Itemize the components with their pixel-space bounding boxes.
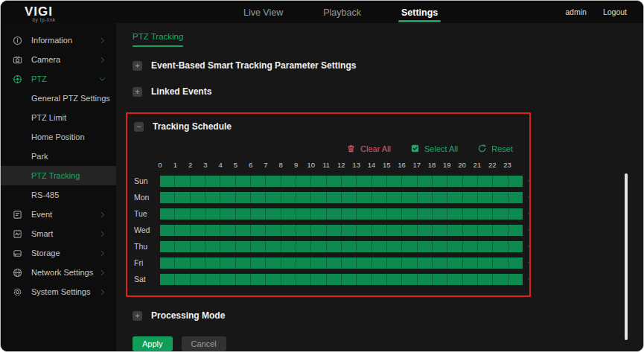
hour-cell[interactable] <box>296 241 311 253</box>
hour-cell[interactable] <box>402 208 417 220</box>
hour-cell[interactable] <box>372 241 387 253</box>
hour-cell[interactable] <box>205 225 220 237</box>
hour-cell[interactable] <box>372 192 387 204</box>
hour-cell[interactable] <box>508 225 523 237</box>
hour-cell[interactable] <box>311 241 326 253</box>
scrollbar-thumb[interactable] <box>625 173 628 340</box>
hour-cell[interactable] <box>402 241 417 253</box>
hour-cell[interactable] <box>357 192 372 204</box>
hour-cell[interactable] <box>191 241 205 253</box>
hour-cell[interactable] <box>508 176 523 188</box>
select-all-button[interactable]: Select All <box>410 144 458 153</box>
hour-cell[interactable] <box>311 274 326 286</box>
copy-icon[interactable] <box>528 225 529 234</box>
hour-cell[interactable] <box>433 208 447 220</box>
hour-cell[interactable] <box>220 274 235 286</box>
hour-cell[interactable] <box>327 257 342 269</box>
hour-cell[interactable] <box>205 257 220 269</box>
hour-cell[interactable] <box>387 192 402 204</box>
clear-all-button[interactable]: Clear All <box>346 144 391 153</box>
hour-cell[interactable] <box>402 192 417 204</box>
user-name[interactable]: admin <box>565 7 587 16</box>
hour-cell[interactable] <box>296 208 311 220</box>
hour-cell[interactable] <box>508 274 523 286</box>
hour-cell[interactable] <box>311 208 326 220</box>
sidebar-subitem-ptz-tracking[interactable]: PTZ Tracking <box>1 166 116 185</box>
hour-cell[interactable] <box>281 274 296 286</box>
hour-cell[interactable] <box>493 257 508 269</box>
hour-cell[interactable] <box>266 192 281 204</box>
hour-cell[interactable] <box>447 274 462 286</box>
hour-cell[interactable] <box>478 176 493 188</box>
hour-cell[interactable] <box>418 225 433 237</box>
hour-cell[interactable] <box>205 192 220 204</box>
sidebar-subitem-general-ptz-settings[interactable]: General PTZ Settings <box>1 89 116 108</box>
nav-tab-playback[interactable]: Playback <box>322 2 363 22</box>
hour-cell[interactable] <box>175 208 190 220</box>
copy-icon[interactable] <box>528 176 529 185</box>
collapse-icon[interactable]: − <box>134 122 144 132</box>
hour-cell[interactable] <box>266 208 281 220</box>
hour-cell[interactable] <box>493 208 508 220</box>
hour-cell[interactable] <box>236 192 251 204</box>
hour-cell[interactable] <box>357 176 372 188</box>
hour-cell[interactable] <box>160 241 175 253</box>
hour-cell[interactable] <box>296 225 311 237</box>
hour-cell[interactable] <box>493 192 508 204</box>
expand-icon[interactable]: + <box>133 311 142 321</box>
hour-cell[interactable] <box>251 241 266 253</box>
hour-cell[interactable] <box>191 257 205 269</box>
hour-cell[interactable] <box>402 274 417 286</box>
hour-cell[interactable] <box>387 208 402 220</box>
hour-cell[interactable] <box>311 225 326 237</box>
copy-icon[interactable] <box>528 258 529 267</box>
hour-cell[interactable] <box>447 241 462 253</box>
hour-cell[interactable] <box>372 274 387 286</box>
hour-cell[interactable] <box>402 176 417 188</box>
hour-cell[interactable] <box>357 274 372 286</box>
hour-cell[interactable] <box>311 192 326 204</box>
cancel-button[interactable]: Cancel <box>182 336 226 351</box>
hour-cell[interactable] <box>236 225 251 237</box>
hour-cell[interactable] <box>418 208 433 220</box>
reset-button[interactable]: Reset <box>477 144 513 153</box>
hour-cell[interactable] <box>251 192 266 204</box>
hour-cell[interactable] <box>266 225 281 237</box>
sidebar-subitem-rs-485[interactable]: RS-485 <box>1 185 116 205</box>
hour-cell[interactable] <box>463 257 478 269</box>
expand-icon[interactable]: + <box>133 87 142 97</box>
hour-cell[interactable] <box>327 225 342 237</box>
hour-cell[interactable] <box>357 225 372 237</box>
hour-cell[interactable] <box>478 241 493 253</box>
hour-cell[interactable] <box>281 257 296 269</box>
hour-cell[interactable] <box>236 241 251 253</box>
sidebar-subitem-home-position[interactable]: Home Position <box>1 127 116 147</box>
hour-cell[interactable] <box>220 257 235 269</box>
hour-cell[interactable] <box>433 176 447 188</box>
hour-cell[interactable] <box>493 241 508 253</box>
hour-cell[interactable] <box>327 241 342 253</box>
hour-cell[interactable] <box>281 208 296 220</box>
hour-cell[interactable] <box>311 176 326 188</box>
hour-cell[interactable] <box>191 208 205 220</box>
hour-cell[interactable] <box>433 257 447 269</box>
hour-cell[interactable] <box>433 241 447 253</box>
hour-cell[interactable] <box>493 225 508 237</box>
hour-cell[interactable] <box>175 192 190 204</box>
hour-cell[interactable] <box>433 274 447 286</box>
hour-cell[interactable] <box>160 274 175 286</box>
hour-cell[interactable] <box>447 208 462 220</box>
hour-cell[interactable] <box>205 208 220 220</box>
hour-cell[interactable] <box>160 208 175 220</box>
apply-button[interactable]: Apply <box>133 336 173 351</box>
hour-cell[interactable] <box>463 192 478 204</box>
hour-cell[interactable] <box>311 257 326 269</box>
hour-cell[interactable] <box>342 192 357 204</box>
sidebar-subitem-ptz-limit[interactable]: PTZ Limit <box>1 108 116 127</box>
hour-cell[interactable] <box>266 241 281 253</box>
hour-cell[interactable] <box>266 176 281 188</box>
hour-cell[interactable] <box>493 274 508 286</box>
logout-button[interactable]: Logout <box>603 7 627 16</box>
hour-cell[interactable] <box>508 257 523 269</box>
hour-cell[interactable] <box>251 257 266 269</box>
